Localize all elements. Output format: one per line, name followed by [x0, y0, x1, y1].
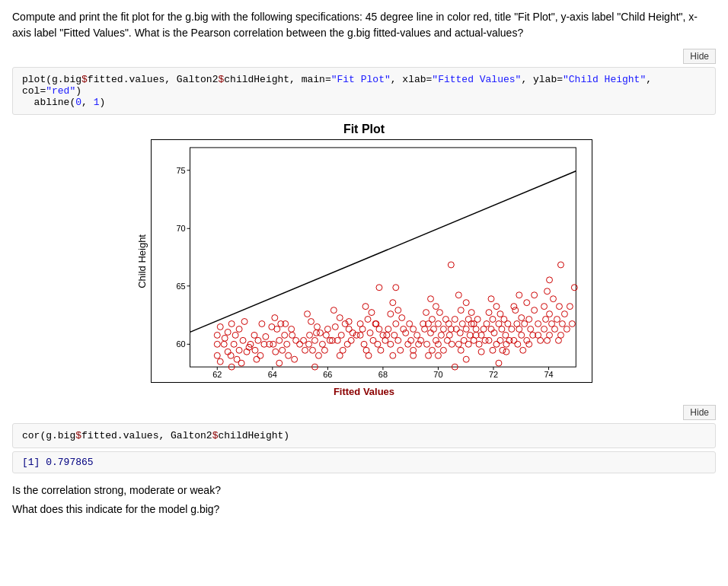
svg-point-215	[499, 347, 505, 353]
svg-point-111	[367, 330, 373, 336]
svg-point-40	[228, 352, 234, 358]
svg-point-30	[232, 332, 238, 338]
svg-point-271	[567, 304, 573, 310]
svg-point-69	[272, 349, 278, 355]
svg-point-88	[305, 341, 311, 347]
svg-point-154	[421, 326, 427, 332]
svg-point-169	[455, 292, 461, 298]
svg-point-122	[377, 347, 383, 353]
svg-point-206	[508, 326, 514, 332]
svg-point-79	[323, 332, 329, 338]
svg-point-259	[495, 360, 501, 366]
scatter-points	[214, 262, 577, 370]
svg-point-76	[306, 332, 312, 338]
svg-point-219	[531, 307, 537, 314]
svg-text:68: 68	[378, 370, 387, 379]
svg-point-268	[546, 277, 552, 283]
code-line-1: plot(g.big$fitted.values, Galton2$childH…	[22, 74, 652, 97]
svg-point-125	[387, 311, 393, 317]
svg-point-72	[304, 311, 310, 317]
svg-point-92	[332, 323, 338, 330]
svg-point-227	[518, 332, 524, 338]
svg-point-131	[410, 326, 416, 332]
svg-point-210	[497, 337, 503, 343]
svg-point-138	[387, 341, 393, 347]
svg-point-134	[413, 332, 420, 338]
svg-point-208	[502, 332, 508, 338]
svg-point-81	[309, 347, 315, 353]
svg-point-205	[498, 326, 504, 332]
svg-point-90	[337, 315, 343, 321]
svg-point-213	[503, 341, 509, 347]
svg-text:64: 64	[267, 370, 276, 379]
svg-point-73	[308, 319, 314, 325]
svg-point-235	[519, 347, 525, 353]
svg-point-165	[429, 347, 435, 353]
svg-point-64	[279, 347, 285, 353]
svg-point-247	[551, 326, 557, 332]
svg-point-139	[404, 341, 410, 347]
svg-point-126	[398, 315, 404, 321]
svg-point-42	[241, 319, 247, 325]
svg-point-212	[493, 341, 499, 347]
svg-point-257	[463, 356, 469, 362]
svg-point-172	[468, 310, 474, 316]
hide-button-2[interactable]: Hide	[683, 405, 716, 420]
svg-point-32	[221, 341, 227, 347]
svg-point-223	[521, 321, 527, 327]
svg-point-45	[258, 321, 264, 327]
svg-point-48	[251, 347, 257, 353]
svg-point-25	[222, 335, 228, 341]
svg-point-63	[292, 337, 299, 343]
svg-point-182	[457, 330, 463, 336]
svg-point-203	[504, 321, 510, 327]
svg-text:65: 65	[176, 282, 185, 291]
svg-point-241	[561, 311, 567, 317]
svg-point-214	[490, 347, 496, 353]
svg-point-152	[435, 321, 441, 327]
svg-point-33	[231, 341, 237, 347]
svg-point-183	[467, 332, 473, 338]
svg-point-246	[541, 326, 547, 332]
svg-point-204	[488, 326, 494, 332]
svg-point-267	[531, 292, 537, 298]
svg-point-62	[289, 332, 295, 338]
svg-point-141	[397, 347, 403, 353]
svg-point-116	[374, 341, 380, 347]
svg-point-55	[238, 360, 244, 366]
svg-point-159	[438, 332, 444, 338]
svg-point-70	[282, 321, 288, 327]
svg-point-225	[516, 326, 522, 332]
svg-point-195	[488, 296, 494, 302]
hide-button-1[interactable]: Hide	[683, 49, 716, 64]
svg-point-194	[478, 349, 484, 355]
svg-point-166	[440, 347, 446, 353]
svg-point-146	[433, 304, 439, 310]
svg-point-71	[288, 326, 294, 332]
svg-point-31	[236, 326, 242, 332]
svg-point-35	[214, 352, 220, 358]
svg-point-164	[449, 341, 455, 347]
svg-point-216	[516, 292, 522, 298]
svg-point-107	[365, 317, 371, 323]
svg-point-190	[476, 341, 482, 347]
svg-point-82	[315, 352, 321, 358]
svg-point-39	[217, 358, 223, 365]
code-line-2: abline(0, 1)	[22, 97, 105, 108]
svg-point-238	[541, 304, 547, 310]
svg-point-147	[423, 310, 429, 316]
svg-point-176	[459, 321, 465, 327]
svg-text:70: 70	[176, 224, 185, 233]
svg-point-207	[491, 330, 497, 336]
svg-point-56	[271, 315, 277, 321]
svg-point-67	[270, 341, 276, 347]
svg-point-52	[253, 356, 259, 362]
svg-point-240	[546, 311, 552, 317]
svg-point-148	[436, 310, 442, 316]
output-block: [1] 0.797865	[12, 451, 716, 473]
svg-point-43	[251, 332, 257, 338]
svg-text:66: 66	[323, 370, 332, 379]
svg-point-232	[514, 341, 520, 347]
output-result: [1] 0.797865	[22, 457, 94, 468]
y-axis-label: Child Height	[136, 234, 148, 288]
